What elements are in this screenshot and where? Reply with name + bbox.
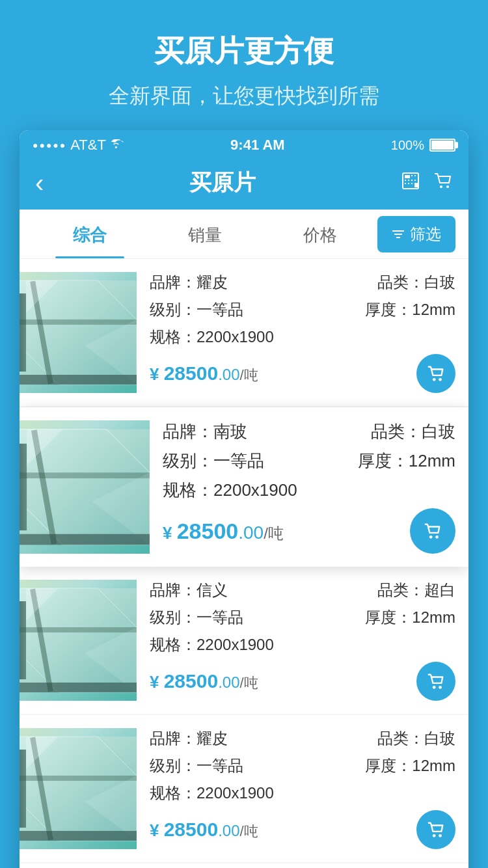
status-time: 9:41 AM [230,137,285,154]
brand-category-row: 品牌：耀皮 品类：白玻 [150,272,455,293]
svg-point-26 [439,378,442,381]
grade-thickness-row: 级别：一等品 厚度：12mm [150,299,455,320]
add-to-cart-button[interactable] [416,662,455,701]
price-main: 28500 [164,670,218,692]
svg-rect-24 [20,375,137,385]
price-cents: .00 [218,673,239,691]
promo-subtitle: 全新界面，让您更快找到所需 [26,82,462,111]
product-card[interactable]: 品牌：信义 品类：超白 级别：一等品 厚度：12mm 规格：2200x1900 … [20,567,468,714]
grade-thickness-row: 级别：一等品 厚度：12mm [150,755,455,776]
svg-rect-6 [411,180,413,181]
svg-rect-54 [20,831,137,841]
svg-rect-34 [20,534,150,545]
svg-point-12 [440,185,442,188]
price-display: ¥ 28500.00/吨 [163,519,284,544]
filter-button[interactable]: 筛选 [377,216,455,252]
thickness-field: 厚度：12mm [358,450,455,472]
grade-field: 级别：一等品 [150,299,243,320]
svg-rect-19 [20,293,26,372]
svg-rect-39 [20,601,26,679]
product-card[interactable]: 品牌：南玻 品类：白玻 级别：一等品 厚度：12mm 规格：2200x1900 … [20,407,468,567]
product-list: 品牌：耀皮 品类：白玻 级别：一等品 厚度：12mm 规格：2200x1900 … [20,259,468,868]
spec-field: 规格：2200x1900 [163,479,455,502]
svg-point-36 [435,536,439,539]
svg-point-56 [439,834,442,837]
price-cents: .00 [238,522,264,543]
promo-title: 买原片更方便 [26,31,462,72]
thickness-field: 厚度：12mm [365,607,455,628]
product-image [20,272,137,393]
price-display: ¥ 28500.00/吨 [150,819,258,841]
svg-rect-31 [20,472,150,478]
battery-percent: 100% [391,138,424,153]
price-cents: .00 [218,822,239,839]
price-unit: /吨 [240,367,258,383]
spec-field: 规格：2200x1900 [150,783,455,804]
brand-category-row: 品牌：耀皮 品类：白玻 [150,728,455,749]
product-card[interactable]: 品牌：耀皮 品类：白玻 级别：一等品 厚度：12mm 规格：2200x1900 … [20,259,468,406]
price-cents: .00 [218,366,239,383]
filter-tabs: 综合 销量 价格 筛选 [20,210,468,259]
grade-thickness-row: 级别：一等品 厚度：12mm [163,450,455,472]
svg-rect-11 [414,183,418,187]
product-image [20,728,137,849]
product-info: 品牌：耀皮 品类：白玻 级别：一等品 厚度：12mm 规格：2200x1900 … [150,728,455,849]
category-field: 品类：超白 [377,580,455,601]
nav-icons [401,171,453,195]
battery-icon [429,139,455,152]
svg-point-13 [446,185,449,188]
product-image [20,580,137,701]
brand-category-row: 品牌：南玻 品类：白玻 [163,420,455,443]
currency-symbol: ¥ [150,364,164,384]
svg-rect-4 [405,180,406,181]
product-info: 品牌：信义 品类：超白 级别：一等品 厚度：12mm 规格：2200x1900 … [150,580,455,701]
svg-rect-51 [20,776,137,781]
category-field: 品类：白玻 [371,420,455,443]
brand-field: 品牌：耀皮 [150,272,228,293]
grade-thickness-row: 级别：一等品 厚度：12mm [150,607,455,628]
svg-rect-1 [405,175,410,178]
status-left: ●●●●● AT&T [33,137,124,154]
svg-rect-2 [411,175,413,176]
spec-field: 规格：2200x1900 [150,634,455,655]
add-to-cart-button[interactable] [416,810,455,849]
nav-bar: ‹ 买原片 [20,159,468,210]
carrier-label: AT&T [70,137,106,154]
price-main: 28500 [177,519,239,543]
price-unit: /吨 [240,675,258,691]
price-row: ¥ 28500.00/吨 [163,508,455,554]
brand-field: 品牌：南玻 [163,420,247,443]
status-bar: ●●●●● AT&T 9:41 AM 100% [20,130,468,159]
tab-comprehensive[interactable]: 综合 [33,210,148,258]
product-card[interactable]: 品牌：耀皮 品类：白玻 [20,863,468,868]
brand-category-row: 品牌：信义 品类：超白 [150,580,455,601]
back-button[interactable]: ‹ [35,169,44,198]
calculator-icon[interactable] [401,171,420,195]
svg-rect-44 [20,683,137,692]
product-card[interactable]: 品牌：耀皮 品类：白玻 级别：一等品 厚度：12mm 规格：2200x1900 … [20,715,468,862]
spec-field: 规格：2200x1900 [150,327,455,347]
svg-point-25 [433,378,436,381]
thickness-field: 厚度：12mm [365,755,455,776]
price-unit: /吨 [264,524,284,542]
price-display: ¥ 28500.00/吨 [150,362,258,385]
svg-rect-29 [20,444,27,530]
svg-rect-9 [408,183,409,184]
tab-price[interactable]: 价格 [262,210,377,258]
price-row: ¥ 28500.00/吨 [150,810,455,849]
wifi-icon [110,137,124,154]
category-field: 品类：白玻 [377,728,455,749]
cart-nav-icon[interactable] [433,171,453,195]
add-to-cart-button[interactable] [410,508,455,554]
category-field: 品类：白玻 [377,272,455,293]
price-row: ¥ 28500.00/吨 [150,662,455,701]
svg-rect-5 [408,180,409,181]
svg-point-55 [433,834,436,837]
thickness-field: 厚度：12mm [365,299,455,320]
add-to-cart-button[interactable] [416,354,455,393]
svg-rect-8 [405,183,406,184]
status-right: 100% [391,138,455,153]
tab-sales[interactable]: 销量 [148,210,263,258]
price-unit: /吨 [240,823,258,839]
svg-rect-41 [20,627,137,632]
